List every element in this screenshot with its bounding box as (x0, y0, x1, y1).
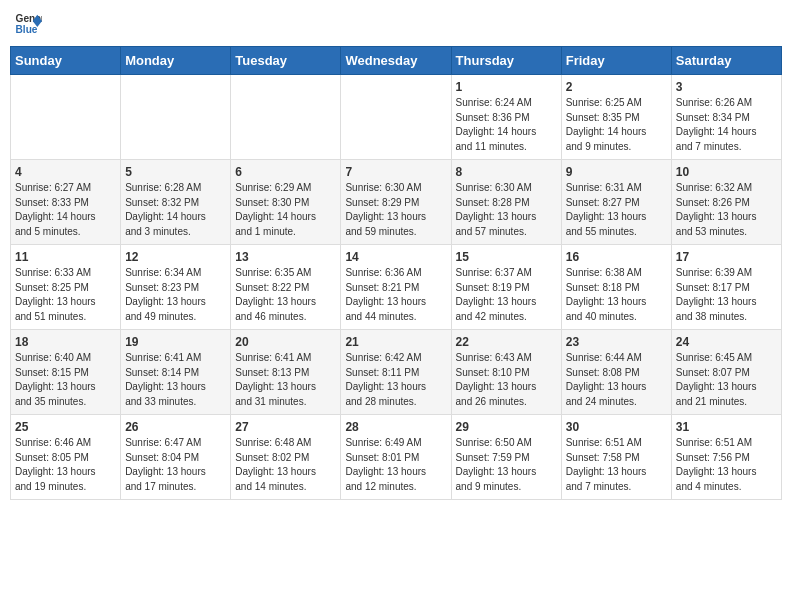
calendar-cell: 1Sunrise: 6:24 AM Sunset: 8:36 PM Daylig… (451, 75, 561, 160)
day-number: 4 (15, 165, 116, 179)
day-number: 14 (345, 250, 446, 264)
day-number: 30 (566, 420, 667, 434)
day-number: 22 (456, 335, 557, 349)
calendar-cell: 4Sunrise: 6:27 AM Sunset: 8:33 PM Daylig… (11, 160, 121, 245)
weekday-header-sunday: Sunday (11, 47, 121, 75)
calendar-cell: 20Sunrise: 6:41 AM Sunset: 8:13 PM Dayli… (231, 330, 341, 415)
weekday-header-saturday: Saturday (671, 47, 781, 75)
day-info: Sunrise: 6:44 AM Sunset: 8:08 PM Dayligh… (566, 351, 667, 409)
day-info: Sunrise: 6:39 AM Sunset: 8:17 PM Dayligh… (676, 266, 777, 324)
day-info: Sunrise: 6:48 AM Sunset: 8:02 PM Dayligh… (235, 436, 336, 494)
day-number: 7 (345, 165, 446, 179)
calendar-cell: 21Sunrise: 6:42 AM Sunset: 8:11 PM Dayli… (341, 330, 451, 415)
day-info: Sunrise: 6:50 AM Sunset: 7:59 PM Dayligh… (456, 436, 557, 494)
calendar-cell: 22Sunrise: 6:43 AM Sunset: 8:10 PM Dayli… (451, 330, 561, 415)
calendar-week-5: 25Sunrise: 6:46 AM Sunset: 8:05 PM Dayli… (11, 415, 782, 500)
calendar-week-4: 18Sunrise: 6:40 AM Sunset: 8:15 PM Dayli… (11, 330, 782, 415)
calendar-cell: 16Sunrise: 6:38 AM Sunset: 8:18 PM Dayli… (561, 245, 671, 330)
day-info: Sunrise: 6:42 AM Sunset: 8:11 PM Dayligh… (345, 351, 446, 409)
day-info: Sunrise: 6:40 AM Sunset: 8:15 PM Dayligh… (15, 351, 116, 409)
day-info: Sunrise: 6:41 AM Sunset: 8:13 PM Dayligh… (235, 351, 336, 409)
day-number: 26 (125, 420, 226, 434)
day-info: Sunrise: 6:38 AM Sunset: 8:18 PM Dayligh… (566, 266, 667, 324)
calendar-cell: 27Sunrise: 6:48 AM Sunset: 8:02 PM Dayli… (231, 415, 341, 500)
calendar-cell: 9Sunrise: 6:31 AM Sunset: 8:27 PM Daylig… (561, 160, 671, 245)
calendar-cell: 31Sunrise: 6:51 AM Sunset: 7:56 PM Dayli… (671, 415, 781, 500)
calendar-cell: 26Sunrise: 6:47 AM Sunset: 8:04 PM Dayli… (121, 415, 231, 500)
calendar-cell: 15Sunrise: 6:37 AM Sunset: 8:19 PM Dayli… (451, 245, 561, 330)
calendar-cell (231, 75, 341, 160)
calendar-cell: 11Sunrise: 6:33 AM Sunset: 8:25 PM Dayli… (11, 245, 121, 330)
day-number: 8 (456, 165, 557, 179)
calendar-week-1: 1Sunrise: 6:24 AM Sunset: 8:36 PM Daylig… (11, 75, 782, 160)
day-info: Sunrise: 6:28 AM Sunset: 8:32 PM Dayligh… (125, 181, 226, 239)
calendar-cell: 24Sunrise: 6:45 AM Sunset: 8:07 PM Dayli… (671, 330, 781, 415)
weekday-header-monday: Monday (121, 47, 231, 75)
calendar-cell (11, 75, 121, 160)
day-number: 28 (345, 420, 446, 434)
logo: General Blue (14, 10, 46, 38)
weekday-header-row: SundayMondayTuesdayWednesdayThursdayFrid… (11, 47, 782, 75)
calendar-cell: 13Sunrise: 6:35 AM Sunset: 8:22 PM Dayli… (231, 245, 341, 330)
day-number: 29 (456, 420, 557, 434)
calendar-cell: 28Sunrise: 6:49 AM Sunset: 8:01 PM Dayli… (341, 415, 451, 500)
day-info: Sunrise: 6:51 AM Sunset: 7:58 PM Dayligh… (566, 436, 667, 494)
svg-text:Blue: Blue (16, 24, 38, 35)
day-number: 12 (125, 250, 226, 264)
day-number: 6 (235, 165, 336, 179)
day-info: Sunrise: 6:43 AM Sunset: 8:10 PM Dayligh… (456, 351, 557, 409)
day-number: 13 (235, 250, 336, 264)
day-info: Sunrise: 6:33 AM Sunset: 8:25 PM Dayligh… (15, 266, 116, 324)
day-info: Sunrise: 6:46 AM Sunset: 8:05 PM Dayligh… (15, 436, 116, 494)
weekday-header-thursday: Thursday (451, 47, 561, 75)
calendar-cell: 17Sunrise: 6:39 AM Sunset: 8:17 PM Dayli… (671, 245, 781, 330)
day-number: 16 (566, 250, 667, 264)
day-info: Sunrise: 6:47 AM Sunset: 8:04 PM Dayligh… (125, 436, 226, 494)
page-header: General Blue (10, 10, 782, 38)
day-info: Sunrise: 6:45 AM Sunset: 8:07 PM Dayligh… (676, 351, 777, 409)
weekday-header-tuesday: Tuesday (231, 47, 341, 75)
day-number: 2 (566, 80, 667, 94)
day-number: 23 (566, 335, 667, 349)
day-number: 17 (676, 250, 777, 264)
day-info: Sunrise: 6:34 AM Sunset: 8:23 PM Dayligh… (125, 266, 226, 324)
day-number: 18 (15, 335, 116, 349)
day-number: 1 (456, 80, 557, 94)
day-info: Sunrise: 6:32 AM Sunset: 8:26 PM Dayligh… (676, 181, 777, 239)
day-number: 5 (125, 165, 226, 179)
day-info: Sunrise: 6:26 AM Sunset: 8:34 PM Dayligh… (676, 96, 777, 154)
day-info: Sunrise: 6:29 AM Sunset: 8:30 PM Dayligh… (235, 181, 336, 239)
calendar-cell (121, 75, 231, 160)
day-number: 20 (235, 335, 336, 349)
weekday-header-wednesday: Wednesday (341, 47, 451, 75)
day-info: Sunrise: 6:49 AM Sunset: 8:01 PM Dayligh… (345, 436, 446, 494)
day-info: Sunrise: 6:35 AM Sunset: 8:22 PM Dayligh… (235, 266, 336, 324)
day-info: Sunrise: 6:31 AM Sunset: 8:27 PM Dayligh… (566, 181, 667, 239)
day-info: Sunrise: 6:36 AM Sunset: 8:21 PM Dayligh… (345, 266, 446, 324)
day-number: 31 (676, 420, 777, 434)
calendar-cell: 14Sunrise: 6:36 AM Sunset: 8:21 PM Dayli… (341, 245, 451, 330)
day-info: Sunrise: 6:30 AM Sunset: 8:28 PM Dayligh… (456, 181, 557, 239)
calendar-cell: 18Sunrise: 6:40 AM Sunset: 8:15 PM Dayli… (11, 330, 121, 415)
day-info: Sunrise: 6:25 AM Sunset: 8:35 PM Dayligh… (566, 96, 667, 154)
day-info: Sunrise: 6:41 AM Sunset: 8:14 PM Dayligh… (125, 351, 226, 409)
day-number: 9 (566, 165, 667, 179)
day-info: Sunrise: 6:24 AM Sunset: 8:36 PM Dayligh… (456, 96, 557, 154)
calendar-cell: 23Sunrise: 6:44 AM Sunset: 8:08 PM Dayli… (561, 330, 671, 415)
day-info: Sunrise: 6:51 AM Sunset: 7:56 PM Dayligh… (676, 436, 777, 494)
calendar-cell: 6Sunrise: 6:29 AM Sunset: 8:30 PM Daylig… (231, 160, 341, 245)
day-number: 21 (345, 335, 446, 349)
calendar-week-2: 4Sunrise: 6:27 AM Sunset: 8:33 PM Daylig… (11, 160, 782, 245)
logo-icon: General Blue (14, 10, 42, 38)
calendar-cell: 25Sunrise: 6:46 AM Sunset: 8:05 PM Dayli… (11, 415, 121, 500)
calendar-cell: 19Sunrise: 6:41 AM Sunset: 8:14 PM Dayli… (121, 330, 231, 415)
weekday-header-friday: Friday (561, 47, 671, 75)
day-number: 11 (15, 250, 116, 264)
day-number: 19 (125, 335, 226, 349)
day-number: 27 (235, 420, 336, 434)
day-number: 25 (15, 420, 116, 434)
calendar-table: SundayMondayTuesdayWednesdayThursdayFrid… (10, 46, 782, 500)
calendar-cell: 8Sunrise: 6:30 AM Sunset: 8:28 PM Daylig… (451, 160, 561, 245)
calendar-cell: 7Sunrise: 6:30 AM Sunset: 8:29 PM Daylig… (341, 160, 451, 245)
calendar-cell: 10Sunrise: 6:32 AM Sunset: 8:26 PM Dayli… (671, 160, 781, 245)
